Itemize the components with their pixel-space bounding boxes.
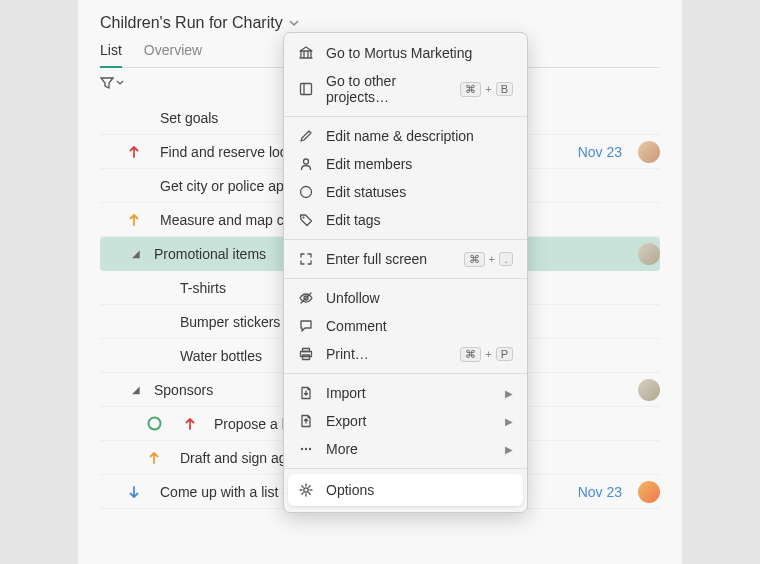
caret-down-icon — [116, 79, 124, 87]
circle-icon — [298, 184, 314, 200]
menu-item-label: Go to other projects… — [326, 73, 448, 105]
export-icon — [298, 413, 314, 429]
filter-icon — [100, 76, 114, 90]
assignee-avatar[interactable] — [638, 379, 660, 401]
priority-high-icon — [182, 417, 198, 431]
submenu-arrow-icon: ▶ — [505, 388, 513, 399]
menu-item-edit-members[interactable]: Edit members — [284, 150, 527, 178]
gear-icon — [298, 482, 314, 498]
menu-item-label: Print… — [326, 346, 448, 362]
task-date: Nov 23 — [578, 484, 622, 500]
project-title-row[interactable]: Children's Run for Charity — [100, 14, 660, 32]
menu-item-more[interactable]: More▶ — [284, 435, 527, 463]
menu-separator — [284, 373, 527, 374]
menu-item-comment[interactable]: Comment — [284, 312, 527, 340]
menu-item-label: Edit tags — [326, 212, 513, 228]
bank-icon — [298, 45, 314, 61]
svg-point-4 — [303, 217, 305, 219]
menu-item-label: Edit name & description — [326, 128, 513, 144]
menu-separator — [284, 116, 527, 117]
import-icon — [298, 385, 314, 401]
eye-off-icon — [298, 290, 314, 306]
project-context-menu: Go to Mortus MarketingGo to other projec… — [283, 32, 528, 513]
submenu-arrow-icon: ▶ — [505, 444, 513, 455]
priority-med-icon — [126, 213, 142, 227]
tab-overview[interactable]: Overview — [144, 42, 202, 67]
menu-item-label: Go to Mortus Marketing — [326, 45, 513, 61]
fullscreen-icon — [298, 251, 314, 267]
submenu-arrow-icon: ▶ — [505, 416, 513, 427]
comment-icon — [298, 318, 314, 334]
menu-item-label: Edit statuses — [326, 184, 513, 200]
menu-item-unfollow[interactable]: Unfollow — [284, 284, 527, 312]
filter-button[interactable] — [100, 76, 124, 90]
svg-point-2 — [304, 159, 309, 164]
menu-item-label: Comment — [326, 318, 513, 334]
disclosure-triangle-icon[interactable]: ◢ — [132, 384, 140, 395]
menu-separator — [284, 278, 527, 279]
svg-point-11 — [309, 448, 311, 450]
pencil-icon — [298, 128, 314, 144]
keyboard-shortcut: ⌘+. — [464, 252, 513, 267]
keyboard-shortcut: ⌘+B — [460, 82, 513, 97]
assignee-avatar[interactable] — [638, 243, 660, 265]
svg-rect-1 — [301, 84, 312, 95]
menu-item-label: Edit members — [326, 156, 513, 172]
svg-point-9 — [301, 448, 303, 450]
menu-item-label: Options — [326, 482, 513, 498]
project-title: Children's Run for Charity — [100, 14, 283, 32]
task-date: Nov 23 — [578, 144, 622, 160]
menu-item-go-to-mortus-marketing[interactable]: Go to Mortus Marketing — [284, 39, 527, 67]
svg-point-10 — [305, 448, 307, 450]
disclosure-triangle-icon[interactable]: ◢ — [132, 248, 140, 259]
menu-item-enter-full-screen[interactable]: Enter full screen⌘+. — [284, 245, 527, 273]
menu-item-label: More — [326, 441, 493, 457]
assignee-avatar[interactable] — [638, 141, 660, 163]
person-icon — [298, 156, 314, 172]
menu-item-import[interactable]: Import▶ — [284, 379, 527, 407]
menu-item-print[interactable]: Print…⌘+P — [284, 340, 527, 368]
menu-separator — [284, 468, 527, 469]
menu-item-edit-tags[interactable]: Edit tags — [284, 206, 527, 234]
menu-item-export[interactable]: Export▶ — [284, 407, 527, 435]
tab-list[interactable]: List — [100, 42, 122, 68]
menu-item-label: Export — [326, 413, 493, 429]
print-icon — [298, 346, 314, 362]
projects-icon — [298, 81, 314, 97]
assignee-avatar[interactable] — [638, 481, 660, 503]
menu-separator — [284, 239, 527, 240]
priority-high-icon — [126, 145, 142, 159]
menu-item-label: Enter full screen — [326, 251, 452, 267]
menu-item-edit-name-description[interactable]: Edit name & description — [284, 122, 527, 150]
chevron-down-icon — [289, 18, 299, 28]
svg-rect-8 — [303, 355, 310, 360]
progress-ring-icon — [146, 416, 162, 431]
menu-item-options[interactable]: Options — [288, 474, 523, 506]
menu-item-label: Unfollow — [326, 290, 513, 306]
keyboard-shortcut: ⌘+P — [460, 347, 513, 362]
menu-item-go-to-other-projects[interactable]: Go to other projects…⌘+B — [284, 67, 527, 111]
more-icon — [298, 441, 314, 457]
priority-med-icon — [146, 451, 162, 465]
svg-point-0 — [148, 418, 160, 430]
svg-point-3 — [301, 187, 312, 198]
priority-low-icon — [126, 485, 142, 499]
tag-icon — [298, 212, 314, 228]
svg-point-12 — [304, 488, 308, 492]
menu-item-label: Import — [326, 385, 493, 401]
menu-item-edit-statuses[interactable]: Edit statuses — [284, 178, 527, 206]
